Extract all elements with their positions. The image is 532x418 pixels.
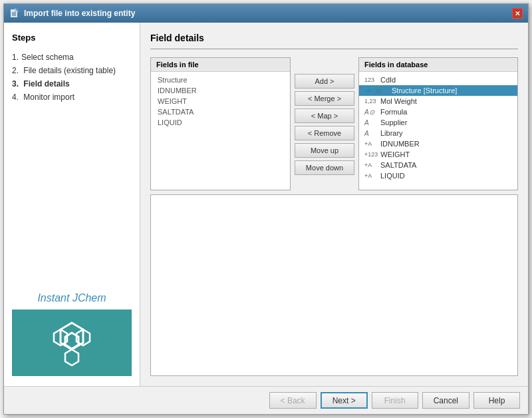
action-buttons: Add > < Merge > < Map > < Remove Move up… (295, 57, 354, 190)
library-type-icon: A (364, 130, 378, 137)
db-field-structure[interactable]: → ⊙ Structure [Structure] (359, 85, 517, 96)
import-dialog: Import file into existing entity ✕ Steps… (3, 3, 529, 415)
molweight-type-icon: 1,23 (364, 98, 378, 104)
structure-arrow-icon: → (364, 87, 372, 95)
db-field-molweight-label: Mol Weight (380, 97, 417, 105)
fields-in-db-header: Fields in database (359, 58, 517, 72)
formula-type-icon: A⊙ (364, 108, 378, 116)
step-4-label: Monitor import (23, 93, 74, 102)
brand-name: Instant JChem (12, 292, 132, 304)
move-down-button[interactable]: Move down (295, 160, 354, 175)
db-field-cdid-label: CdId (380, 76, 396, 84)
fields-in-db-box: Fields in database 123 CdId → ⊙ (358, 57, 518, 190)
supplier-type-icon: A (364, 119, 378, 126)
main-panel: Field details Fields in file Structure I… (140, 23, 528, 386)
db-field-liquid[interactable]: +A LIQUID (359, 170, 517, 181)
steps-title: Steps (12, 33, 132, 43)
step-1-label: Select schema (21, 53, 74, 62)
svg-marker-6 (61, 323, 83, 349)
weight-type-icon: +123 (364, 151, 378, 158)
file-field-structure[interactable]: Structure (151, 75, 290, 85)
finish-button[interactable]: Finish (372, 392, 418, 409)
db-field-weight-label: WEIGHT (380, 150, 410, 158)
dialog-icon (9, 8, 20, 19)
steps-list: 1.Select schema 2. File details (existin… (12, 51, 132, 104)
file-field-saltdata[interactable]: SALTDATA (151, 106, 290, 117)
step-3-num: 3. (12, 79, 19, 89)
title-bar: Import file into existing entity ✕ (4, 4, 528, 23)
brand-logo (12, 310, 132, 376)
db-field-library[interactable]: A Library (359, 128, 517, 138)
structure-type-icon: ⊙ (376, 87, 389, 95)
next-button[interactable]: Next > (321, 392, 368, 409)
sidebar: Steps 1.Select schema 2. File details (e… (4, 23, 140, 386)
help-button[interactable]: Help (473, 392, 520, 409)
move-up-button[interactable]: Move up (295, 143, 354, 158)
fields-in-file-box: Fields in file Structure IDNUMBER WEIGHT… (150, 57, 291, 190)
step-3-label: Field details (23, 79, 69, 89)
db-field-idnumber-label: IDNUMBER (380, 140, 420, 148)
top-section: Fields in file Structure IDNUMBER WEIGHT… (150, 57, 518, 190)
fields-in-db-list[interactable]: 123 CdId → ⊙ Structure [Structure] (359, 72, 517, 190)
map-button[interactable]: < Map > (295, 108, 354, 123)
db-field-molweight[interactable]: 1,23 Mol Weight (359, 96, 517, 106)
close-button[interactable]: ✕ (512, 8, 523, 19)
step-1: 1.Select schema (12, 51, 132, 64)
liquid-type-icon: +A (364, 172, 378, 179)
add-button[interactable]: Add > (295, 74, 354, 89)
back-button[interactable]: < Back (269, 392, 317, 409)
db-field-cdid[interactable]: 123 CdId (359, 75, 517, 85)
idnumber-type-icon: +A (364, 140, 378, 147)
db-field-saltdata[interactable]: +A SALTDATA (359, 160, 517, 170)
fields-in-file-list[interactable]: Structure IDNUMBER WEIGHT SALTDATA LIQUI… (151, 72, 290, 190)
step-4-num: 4. (12, 93, 19, 102)
remove-button[interactable]: < Remove (295, 126, 354, 140)
field-detail-bottom (150, 194, 518, 376)
db-field-idnumber[interactable]: +A IDNUMBER (359, 138, 517, 149)
field-detail-area: Fields in file Structure IDNUMBER WEIGHT… (150, 57, 518, 376)
db-field-weight[interactable]: +123 WEIGHT (359, 149, 517, 160)
footer: < Back Next > Finish Cancel Help (4, 386, 528, 414)
sidebar-brand: Instant JChem (12, 292, 132, 376)
file-field-weight[interactable]: WEIGHT (151, 96, 290, 106)
saltdata-type-icon: +A (364, 162, 378, 168)
brand-logo-icon (49, 319, 95, 366)
fields-in-file-header: Fields in file (151, 58, 290, 72)
file-field-liquid[interactable]: LIQUID (151, 117, 290, 128)
step-2-label: File details (existing table) (23, 66, 116, 75)
step-2: 2. File details (existing table) (12, 64, 132, 77)
step-1-num: 1. (12, 53, 19, 62)
step-3: 3. Field details (12, 77, 132, 91)
content-area: Steps 1.Select schema 2. File details (e… (4, 23, 528, 386)
db-field-formula[interactable]: A⊙ Formula (359, 106, 517, 117)
cdid-type-icon: 123 (364, 77, 378, 83)
cancel-button[interactable]: Cancel (422, 392, 469, 409)
db-field-saltdata-label: SALTDATA (380, 161, 416, 169)
step-2-num: 2. (12, 66, 19, 75)
db-field-supplier[interactable]: A Supplier (359, 117, 517, 128)
db-field-structure-label: Structure [Structure] (392, 87, 457, 95)
dialog-title: Import file into existing entity (24, 9, 135, 18)
db-field-library-label: Library (380, 129, 403, 137)
merge-button[interactable]: < Merge > (295, 91, 354, 106)
db-field-liquid-label: LIQUID (380, 172, 405, 180)
step-4: 4. Monitor import (12, 91, 132, 104)
title-bar-left: Import file into existing entity (9, 8, 135, 19)
db-field-formula-label: Formula (380, 108, 407, 116)
svg-marker-10 (65, 349, 78, 365)
panel-title: Field details (150, 33, 518, 49)
file-field-idnumber[interactable]: IDNUMBER (151, 85, 290, 96)
db-field-supplier-label: Supplier (380, 118, 407, 126)
